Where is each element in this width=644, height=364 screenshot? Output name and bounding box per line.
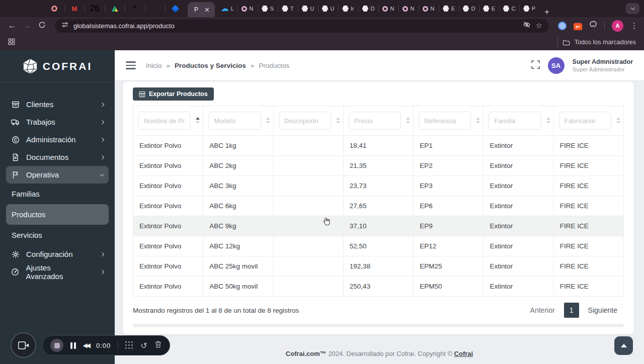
pinned-tab[interactable]: ☁L	[217, 0, 237, 17]
sidebar-subitem-familias[interactable]: Familias	[6, 184, 109, 204]
pagination-prev[interactable]: Anterior	[524, 303, 561, 317]
tune-icon[interactable]	[61, 21, 68, 30]
table-row[interactable]: Extintor PolvoABC 3kg23,73EP3ExtintorFIR…	[133, 176, 624, 196]
table-row[interactable]: Extintor PolvoABC 6kg27,65EP6ExtintorFIR…	[133, 196, 624, 216]
restart-recording-icon[interactable]: ↺	[140, 341, 147, 350]
sort-arrows-icon[interactable]	[196, 117, 200, 124]
cell-descripcion	[273, 256, 343, 277]
pinned-tab-label: P	[532, 6, 535, 12]
chevron-down-icon	[100, 172, 104, 176]
address-bar[interactable]: globalsistemas.cofrai.app/producto ☆	[55, 19, 549, 33]
filter-input-descripción[interactable]	[279, 112, 331, 130]
pinned-tab[interactable]	[145, 0, 165, 17]
pinned-tab[interactable]: Ir	[338, 0, 358, 17]
horizontal-scrollbar[interactable]	[133, 324, 624, 327]
sort-arrows-icon[interactable]	[406, 117, 410, 124]
bookmark-star-icon[interactable]: ☆	[536, 21, 542, 30]
active-tab[interactable]: P ✕	[188, 2, 215, 17]
table-row[interactable]: Extintor PolvoABC 12kg52,50EP12ExtintorF…	[133, 236, 624, 256]
table-row[interactable]: Extintor PolvoABC 25kg movil192,38EPM25E…	[133, 256, 624, 277]
delete-recording-icon[interactable]	[154, 340, 162, 350]
user-info[interactable]: Super Admnistrador Super Administrador	[573, 58, 633, 73]
pinned-tab[interactable]: N	[378, 0, 398, 17]
sidebar-item-clientes[interactable]: Clientes	[6, 96, 109, 113]
pinned-tab[interactable]: U	[318, 0, 338, 17]
filter-input-precio[interactable]	[349, 112, 401, 130]
filter-input-fabricante[interactable]	[559, 112, 611, 130]
scroll-to-top-button[interactable]	[614, 336, 633, 355]
pinned-tab[interactable]: N	[237, 0, 258, 17]
pinned-tab[interactable]: E	[439, 0, 459, 17]
drag-handle-dots-icon[interactable]	[125, 341, 133, 349]
table-row[interactable]: Extintor PolvoABC 1kg18,41EP1ExtintorFIR…	[133, 136, 624, 156]
filter-input-referencia[interactable]	[419, 112, 471, 130]
sort-arrows-icon[interactable]	[546, 117, 550, 124]
back-icon[interactable]: ←	[8, 22, 16, 30]
sort-arrows-icon[interactable]	[616, 117, 620, 124]
breadcrumb-item-productos-y-servicios[interactable]: Productos y Servicios	[175, 62, 246, 69]
all-bookmarks[interactable]: Todos los marcadores	[557, 38, 636, 47]
extension-icon-badge[interactable]: 9+	[574, 23, 582, 30]
pinned-tab[interactable]: N	[398, 0, 419, 17]
sort-arrows-icon[interactable]	[476, 117, 480, 124]
reload-icon[interactable]	[38, 21, 46, 30]
pinned-tab[interactable]: U	[298, 0, 318, 17]
tab-close-icon[interactable]: ✕	[204, 7, 210, 13]
pinned-tab[interactable]	[105, 0, 125, 17]
sort-arrows-icon[interactable]	[266, 117, 270, 124]
browser-menu-icon[interactable]: ⋮	[630, 21, 638, 30]
clients-icon	[11, 100, 20, 109]
forward-icon[interactable]: →	[23, 22, 31, 30]
extension-icon-blue[interactable]	[558, 22, 567, 30]
sidebar-item-administración[interactable]: Administración	[6, 131, 109, 148]
sidebar-subitem-servicios[interactable]: Servicios	[6, 225, 109, 245]
pinned-tab[interactable]: D	[459, 0, 479, 17]
table-row[interactable]: Extintor PolvoABC 50kg movil250,43EPM50E…	[133, 277, 624, 297]
hamburger-menu-icon[interactable]	[126, 61, 136, 69]
pinned-tab[interactable]: S	[258, 0, 278, 17]
pinned-tab[interactable]: T	[278, 0, 298, 17]
sidebar-item-configuración[interactable]: Configuración	[6, 245, 109, 263]
pinned-tab[interactable]: P	[519, 0, 539, 17]
brand-logo[interactable]: COFRAI	[0, 50, 115, 82]
sort-arrows-icon[interactable]	[336, 117, 340, 124]
pinned-tab[interactable]: N	[419, 0, 439, 17]
filter-input-familia[interactable]	[489, 112, 541, 130]
table-row[interactable]: Extintor PolvoABC 2kg21,35EP2ExtintorFIR…	[133, 156, 624, 176]
screen-recorder-camera-button[interactable]	[11, 332, 36, 358]
url-text[interactable]: globalsistemas.cofrai.app/producto	[73, 22, 175, 30]
pinned-tab[interactable]: *	[125, 0, 145, 17]
sidebar-subitem-productos[interactable]: Productos	[6, 204, 109, 225]
stop-recording-button[interactable]	[50, 339, 63, 352]
new-tab-button[interactable]: +	[544, 7, 549, 17]
extensions-puzzle-icon[interactable]	[589, 21, 597, 31]
browser-profile-avatar[interactable]: A	[612, 20, 623, 32]
sidebar-item-ajustes-avanzados[interactable]: Ajustes Avanzados	[6, 263, 109, 281]
pinned-tab[interactable]: C	[499, 0, 519, 17]
user-avatar[interactable]: SA	[548, 57, 565, 74]
pinned-tab[interactable]	[44, 0, 64, 17]
eye-off-icon[interactable]	[523, 21, 531, 31]
pause-recording-button[interactable]	[70, 342, 76, 349]
sidebar-item-documentos[interactable]: Documentos	[6, 148, 109, 166]
breadcrumb-item-productos[interactable]: Productos	[259, 62, 289, 69]
apps-grid-icon[interactable]	[8, 38, 15, 47]
sidebar-item-trabajos[interactable]: Trabajos	[6, 113, 109, 131]
pinned-tab[interactable]	[165, 0, 185, 17]
tab-search-button[interactable]	[626, 3, 639, 14]
pinned-tab[interactable]: 26	[85, 0, 105, 17]
export-products-button[interactable]: Exportar Productos	[133, 87, 214, 101]
fullscreen-icon[interactable]	[531, 60, 540, 71]
rewind-icon[interactable]: ◀◀	[83, 342, 89, 349]
filter-input-nombre-de-pro[interactable]	[138, 112, 191, 130]
table-row[interactable]: Extintor PolvoABC 9kg37,10EP9ExtintorFIR…	[133, 216, 624, 236]
pinned-tab[interactable]: E	[479, 0, 499, 17]
filter-input-modelo[interactable]	[208, 112, 261, 130]
pagination-next[interactable]: Siguiente	[582, 303, 624, 317]
sidebar-item-operativa[interactable]: Operativa	[6, 166, 109, 184]
pagination-page-1[interactable]: 1	[564, 303, 579, 318]
footer-link[interactable]: Cofrai	[454, 350, 473, 357]
pinned-tab[interactable]: D	[358, 0, 378, 17]
pinned-tab[interactable]: M	[64, 0, 85, 17]
breadcrumb-item-inicio[interactable]: Inicio	[146, 62, 162, 69]
